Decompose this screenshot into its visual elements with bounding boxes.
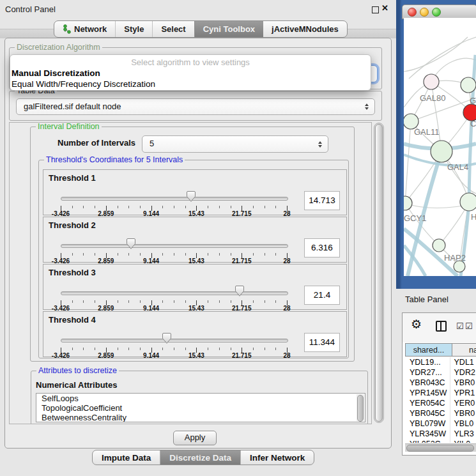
table-row[interactable]: YBL079WYBL0 [405, 418, 476, 429]
combo-stepper-icon[interactable] [365, 104, 369, 110]
threshold-value-field[interactable]: 14.713 [304, 191, 340, 210]
dropdown-placeholder-option[interactable]: Select algorithm to view settings [10, 55, 371, 68]
numerical-attributes-label: Numerical Attributes [36, 380, 117, 390]
split-columns-icon[interactable] [436, 321, 447, 332]
tab-network[interactable]: Network [54, 21, 115, 37]
tick-label: 9.144 [143, 352, 159, 359]
slider-track[interactable] [61, 291, 288, 295]
slider-handle-icon[interactable] [187, 191, 196, 202]
apply-button[interactable]: Apply [173, 431, 217, 445]
threshold-coordinates-group: Threshold's Coordinates for 5 Intervals … [38, 160, 349, 358]
table-row[interactable]: YLR345WYLR3 [405, 429, 476, 439]
interval-definition-group: Interval Definition Number of Intervals … [30, 127, 355, 362]
settings-scrollbar[interactable] [374, 123, 384, 423]
node-gal80[interactable] [424, 74, 439, 89]
table-row[interactable]: YIL052CYIL0 [405, 439, 476, 443]
scrollbar-thumb[interactable] [375, 124, 383, 422]
column-header-name[interactable]: na [452, 343, 476, 357]
table-hscrollbar[interactable] [405, 443, 476, 452]
slider-track[interactable] [61, 197, 288, 201]
number-of-intervals-combobox[interactable]: 5 [142, 135, 328, 153]
slider-handle-icon[interactable] [235, 286, 244, 296]
tick-label: 28 [283, 352, 290, 359]
threshold-label: Threshold 3 [49, 268, 96, 277]
node-label: GAL4 [447, 162, 468, 172]
node-label: GA [470, 96, 476, 105]
attribute-items: SelfLoopsTopologicalCoefficientBetweenne… [36, 394, 365, 422]
threshold-value-field[interactable]: 21.4 [304, 286, 340, 305]
node-partial-g[interactable] [461, 77, 476, 93]
tick-label: 15.43 [188, 352, 204, 359]
list-scrollbar[interactable] [357, 394, 364, 421]
tab-jactivemnodules[interactable]: jActiveMNodules [263, 21, 347, 37]
algorithm-dropdown-popup: Select algorithm to view settings Manual… [10, 54, 371, 91]
scrollbar-thumb[interactable] [357, 395, 364, 422]
threshold-label: Threshold 2 [49, 220, 96, 230]
table-row[interactable]: YBR043CYBR0 [405, 378, 476, 388]
numerical-attributes-list[interactable]: SelfLoopsTopologicalCoefficientBetweenne… [36, 393, 365, 422]
tab-style[interactable]: Style [115, 21, 152, 37]
tab-select[interactable]: Select [152, 21, 194, 37]
control-panel-tabs: Network Style Select Cyni Toolbox jActiv… [54, 20, 348, 38]
checkbox-icon[interactable]: ☑ [465, 321, 473, 331]
list-item[interactable]: SelfLoops [36, 394, 365, 403]
threshold-value-field[interactable]: 11.344 [304, 333, 340, 352]
attributes-group: Attributes to discretize Numerical Attri… [31, 371, 368, 424]
zoom-traffic-light-icon[interactable] [432, 8, 441, 17]
close-icon[interactable]: ✕ [381, 3, 388, 13]
threshold-slider[interactable] [61, 285, 287, 299]
group-title: Threshold's Coordinates for 5 Intervals [44, 155, 185, 164]
node-label: GCY1 [404, 213, 426, 223]
settings-scroll-area: Interval Definition Number of Intervals … [9, 122, 372, 424]
table-rows[interactable]: YDL19...YDL1YDR27...YDR2YBR043CYBR0YPR14… [405, 357, 476, 443]
tab-impute-data[interactable]: Impute Data [93, 450, 160, 464]
dropdown-option-manual[interactable]: Manual Discretization [10, 68, 371, 79]
scrollbar-thumb[interactable] [406, 445, 474, 452]
threshold-slider[interactable] [61, 190, 287, 204]
node-hap2[interactable] [433, 239, 445, 252]
table-data-group: Table Data galFiltered.sif default node [9, 91, 382, 121]
list-item[interactable]: BetweennessCentrality [36, 413, 365, 422]
node-label: H [471, 212, 476, 222]
network-window-titlebar [402, 4, 476, 19]
node-label: GAL11 [414, 127, 440, 137]
threshold-slider[interactable] [61, 238, 287, 252]
table-row[interactable]: YBR045CYBR0 [405, 408, 476, 418]
checkbox-icon[interactable]: ☑ [456, 321, 464, 331]
node-gcy1[interactable] [404, 196, 412, 210]
table-panel-title: Table Panel [405, 295, 449, 304]
network-icon [63, 24, 71, 34]
table-row[interactable]: YDL19...YDL1 [405, 357, 476, 367]
table-panel: ⚙ ☑ ☑ shared... na YDL19...YDL1YDR27...Y… [402, 312, 476, 456]
tick-label: -3.426 [52, 352, 70, 359]
number-of-intervals-label: Number of Intervals [58, 138, 135, 148]
threshold-slider[interactable] [61, 332, 287, 346]
tab-discretize-data[interactable]: Discretize Data [160, 450, 240, 464]
app-window: Control Panel ✕ Network Style Select Cyn… [0, 0, 476, 476]
dropdown-option-equal-width[interactable]: Equal Width/Frequency Discretization [10, 79, 371, 90]
column-header-shared-name[interactable]: shared... [405, 343, 452, 357]
tick-label: 21.715 [232, 352, 252, 359]
table-row[interactable]: YER054CYER0 [405, 398, 476, 408]
list-item[interactable]: TopologicalCoefficient [36, 403, 365, 413]
gear-icon[interactable]: ⚙ [411, 317, 422, 332]
network-canvas[interactable]: GAL80 GA C GAL11 GAL4 GCY1 H HAP2 [404, 18, 476, 276]
float-window-icon[interactable] [372, 6, 379, 13]
slider-handle-icon[interactable] [162, 333, 171, 344]
table-row[interactable]: YDR27...YDR2 [405, 367, 476, 378]
slider-track[interactable] [61, 339, 288, 342]
threshold-panel: Threshold 2 -3.4262.8599.14415.4321.7152… [43, 217, 347, 263]
minimize-traffic-light-icon[interactable] [420, 8, 429, 17]
close-traffic-light-icon[interactable] [408, 8, 417, 17]
combo-stepper-icon[interactable] [318, 141, 322, 148]
threshold-value-field[interactable]: 6.316 [304, 238, 340, 257]
table-data-combobox[interactable]: galFiltered.sif default node [16, 98, 375, 115]
table-row[interactable]: YPR145WYPR1 [405, 388, 476, 398]
node-gal4[interactable] [431, 141, 452, 162]
table-header: shared... na [405, 343, 476, 357]
slider-track[interactable] [61, 244, 288, 248]
tab-cyni-toolbox[interactable]: Cyni Toolbox [194, 21, 263, 37]
tab-infer-network[interactable]: Infer Network [240, 450, 314, 464]
slider-handle-icon[interactable] [127, 238, 135, 249]
node-partial-h[interactable] [460, 193, 476, 211]
